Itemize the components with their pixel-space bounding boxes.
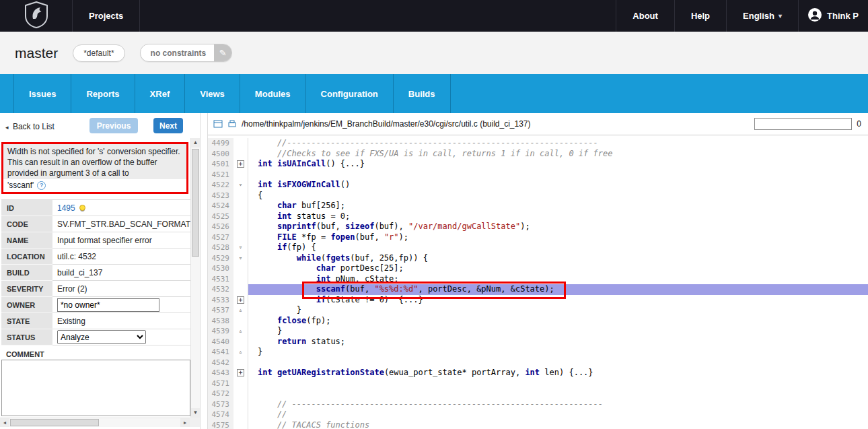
back-to-list-label: Back to List [13,122,55,131]
fold-gutter [233,138,248,149]
fold-gutter [233,263,248,274]
language-dropdown[interactable]: English ▾ [726,0,798,32]
comment-label: COMMENT [6,350,44,358]
vscroll-thumb[interactable] [192,149,199,257]
code-text: fclose(fp); [248,316,868,327]
nav-tab-configuration[interactable]: Configuration [306,74,394,113]
page: Projects About Help English ▾ Think P [0,0,868,429]
nav-tab-reports[interactable]: Reports [71,74,135,113]
file-path: /home/thinkpalm/jenkins/EM_BranchBuild/m… [242,119,531,129]
constraints-label: no constraints [141,45,215,61]
language-label: English [743,11,774,21]
line-number: 4541 [208,347,233,358]
fold-expand-icon[interactable]: + [233,368,248,378]
fold-start-icon[interactable]: ▿ [233,242,248,253]
left-panel-vscrollbar[interactable]: ▲ ▼ [190,138,200,418]
field-row: SEVERITYError (2) [1,281,190,297]
app-logo[interactable] [0,0,73,32]
line-number: 4575 [208,420,233,429]
line-number: 4523 [208,191,233,201]
field-row: STATUSAnalyze [1,329,190,345]
menu-projects[interactable]: Projects [73,0,140,32]
fold-gutter [233,409,248,420]
fold-gutter [233,170,248,180]
field-row: ID1495 [1,200,190,216]
line-number: 4522 [208,180,233,191]
code-line: 4500 //Checks to see if FXS/UA is in cal… [208,149,868,160]
nav-tab-views[interactable]: Views [185,74,240,113]
constraints-pill: no constraints ✎ [140,44,233,62]
fold-end-icon[interactable]: ▵ [233,305,248,316]
fold-end-icon[interactable]: ▵ [233,347,248,358]
field-label: SEVERITY [1,281,52,297]
line-number: 4530 [208,263,233,274]
comment-textarea[interactable] [1,360,190,416]
code-text: } [248,347,868,358]
scroll-up-arrow-icon[interactable]: ▲ [191,138,200,147]
code-text: // TACACS functions [248,420,868,429]
fold-gutter [233,337,248,348]
line-number: 4525 [208,211,233,222]
field-label: BUILD [1,265,52,281]
line-number: 4529 [208,253,233,264]
status-select[interactable]: Analyze [57,330,146,344]
code-text: int getUARegistrationState(ewua_port_sta… [248,368,868,378]
back-to-list-link[interactable]: ◂ Back to List [5,122,55,131]
fold-gutter [233,232,248,243]
field-value: Input format specifier error [52,232,190,249]
fold-expand-icon[interactable]: + [233,159,248,170]
issue-id-link[interactable]: 1495 [57,203,75,213]
fold-start-icon[interactable]: ▿ [233,253,248,264]
nav-tabs: IssuesReportsXRefViewsModulesConfigurati… [13,74,451,113]
fold-start-icon[interactable]: ▿ [233,180,248,191]
fold-gutter [233,201,248,211]
view-default-pill[interactable]: *default* [73,44,124,62]
code-line: 4540 return status; [208,337,868,348]
line-number: 4543 [208,368,233,378]
nav-tab-issues[interactable]: Issues [13,74,71,113]
left-panel-hscrollbar[interactable]: ◂ ▸ [0,418,190,427]
code-line: 4499 //---------------------------------… [208,138,868,149]
nav-tab-xref[interactable]: XRef [135,74,186,113]
fold-gutter [233,420,248,429]
open-window-icon[interactable] [213,120,223,128]
code-line: 4571 [208,378,868,389]
field-row: OWNER [1,297,190,313]
next-button[interactable]: Next [153,118,183,133]
hscroll-thumb[interactable] [10,419,99,426]
scroll-right-arrow-icon[interactable]: ▸ [180,418,190,427]
field-row: NAMEInput format specifier error [1,232,190,249]
nav-tab-modules[interactable]: Modules [240,74,306,113]
user-menu[interactable]: Think P [798,0,868,32]
code-line: 4525 int status = 0; [208,211,868,222]
menu-about[interactable]: About [616,0,674,32]
code-search-input[interactable] [754,118,852,130]
field-value: util.c: 4532 [52,249,190,265]
code-text: // -------------------------------------… [248,399,868,410]
nav-tab-builds[interactable]: Builds [394,74,451,113]
issue-description-text: Width is not specified for 's' conversio… [3,144,186,179]
scroll-down-arrow-icon[interactable]: ▼ [191,408,200,418]
fold-expand-icon[interactable]: + [233,295,248,306]
scroll-left-arrow-icon[interactable]: ◂ [0,418,9,427]
edit-constraints-button[interactable]: ✎ [214,44,231,61]
line-number: 4524 [208,201,233,211]
line-number: 4521 [208,170,233,180]
help-icon[interactable]: ? [37,181,46,190]
scrollbar-corner [190,418,200,427]
code-lines: 4499 //---------------------------------… [208,136,868,429]
code-text: return status; [248,337,868,348]
previous-button[interactable]: Previous [89,118,138,133]
code-text: char portDesc[25]; [248,263,868,274]
print-icon[interactable] [227,120,237,128]
menu-help[interactable]: Help [674,0,726,32]
fold-gutter [233,399,248,410]
code-text: int isUAInCall() {...} [248,159,868,170]
fold-gutter [233,222,248,232]
owner-input[interactable] [57,298,159,312]
fold-gutter [233,211,248,222]
fold-end-icon[interactable]: ▵ [233,326,248,337]
line-number: 4538 [208,316,233,327]
code-text: } [248,305,868,316]
code-line: 4529▿ while(fgets(buf, 256,fp)) { [208,253,868,264]
